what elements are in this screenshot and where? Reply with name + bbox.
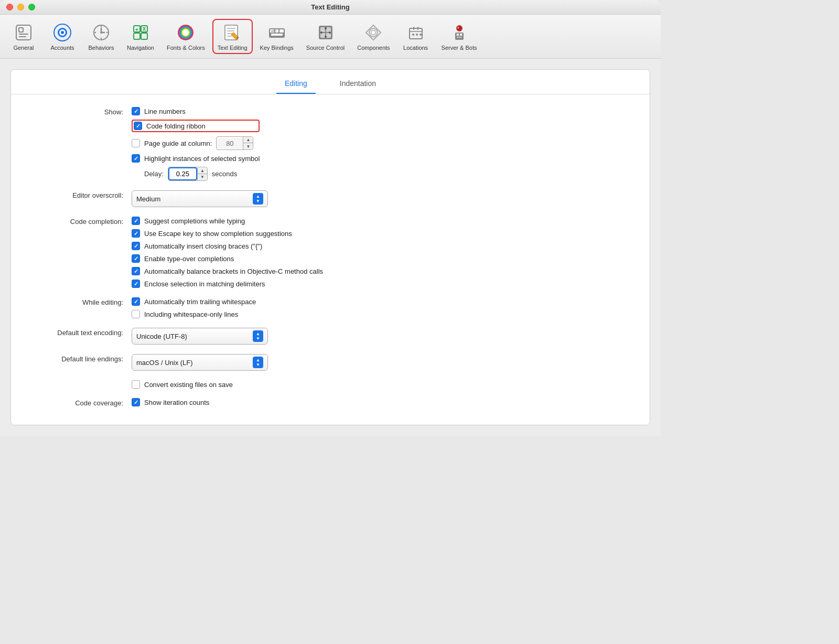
completion-2-checkbox[interactable]: [132, 242, 140, 250]
window-controls[interactable]: [6, 4, 35, 10]
while-editing-controls: Automatically trim trailing whitespace I…: [132, 297, 256, 318]
editor-overscroll-dropdown[interactable]: Medium ▲ ▼: [132, 190, 268, 207]
default-encoding-arrow: ▲ ▼: [253, 330, 263, 342]
convert-files-label: Convert existing files on save: [144, 381, 233, 389]
delay-input[interactable]: [168, 167, 197, 180]
toolbar: General Accounts: [0, 15, 661, 59]
page-guide-input[interactable]: [217, 138, 243, 149]
code-coverage-label: Code coverage:: [27, 398, 132, 407]
completion-5: Enclose selection in matching delimiters: [132, 280, 323, 288]
line-numbers-row: Line numbers: [132, 107, 260, 115]
server-bots-icon: [449, 22, 470, 43]
tabs: Editing Indentation: [11, 70, 650, 94]
delay-stepper: ▲ ▼: [197, 168, 207, 180]
svg-text:option: option: [271, 29, 277, 32]
completion-3: Enable type-over completions: [132, 254, 323, 263]
while-editing-1: Including whitespace-only lines: [132, 310, 256, 318]
source-control-label: Source Control: [306, 45, 345, 51]
svg-rect-12: [134, 33, 140, 39]
page-guide-input-container: ▲ ▼: [216, 136, 253, 150]
page-guide-label: Page guide at column:: [144, 139, 212, 147]
toolbar-item-source-control[interactable]: Source Control: [301, 19, 350, 54]
completion-4-checkbox[interactable]: [132, 267, 140, 275]
while-editing-0: Automatically trim trailing whitespace: [132, 297, 256, 306]
navigation-icon: [130, 22, 151, 43]
svg-rect-39: [410, 28, 422, 39]
code-folding-row: Code folding ribbon: [132, 120, 260, 132]
accounts-label: Accounts: [50, 45, 74, 51]
main-content: Editing Indentation Show: Line numbers C…: [0, 59, 661, 436]
maximize-button[interactable]: [28, 4, 35, 10]
completion-5-checkbox[interactable]: [132, 280, 140, 288]
svg-point-53: [456, 34, 457, 35]
completion-1-checkbox[interactable]: [132, 229, 140, 238]
line-numbers-label: Line numbers: [144, 108, 186, 115]
completion-3-label: Enable type-over completions: [144, 255, 234, 263]
svg-rect-0: [16, 25, 31, 40]
while-editing-1-label: Including whitespace-only lines: [144, 310, 238, 318]
highlight-instances-row: Highlight instances of selected symbol: [132, 154, 260, 163]
completion-0-checkbox[interactable]: [132, 217, 140, 225]
svg-rect-25: [279, 29, 284, 33]
show-section: Show: Line numbers Code folding ribbon: [27, 107, 634, 181]
default-endings-label: Default line endings:: [27, 354, 132, 363]
toolbar-item-accounts[interactable]: Accounts: [44, 19, 81, 54]
svg-point-35: [320, 31, 322, 34]
title-bar: Text Editing: [0, 0, 661, 15]
toolbar-item-behaviors[interactable]: Behaviors: [83, 19, 120, 54]
toolbar-item-text-editing[interactable]: Text Editing: [212, 19, 253, 54]
line-numbers-checkbox[interactable]: [132, 107, 140, 115]
editor-overscroll-row: Editor overscroll: Medium ▲ ▼: [27, 190, 634, 207]
text-editing-icon: [222, 22, 243, 43]
tab-editing[interactable]: Editing: [276, 76, 316, 94]
minimize-button[interactable]: [17, 4, 24, 10]
page-guide-checkbox[interactable]: [132, 139, 140, 147]
while-editing-0-checkbox[interactable]: [132, 297, 140, 306]
toolbar-item-navigation[interactable]: Navigation: [122, 19, 159, 54]
show-iteration-checkbox[interactable]: [132, 398, 140, 406]
key-bindings-icon: alt option: [266, 22, 287, 43]
code-folding-label: Code folding ribbon: [146, 122, 206, 130]
highlight-instances-checkbox[interactable]: [132, 154, 140, 163]
completion-4-label: Automatically balance brackets in Object…: [144, 267, 323, 275]
while-editing-1-checkbox[interactable]: [132, 310, 140, 318]
editor-overscroll-label: Editor overscroll:: [27, 190, 132, 199]
tab-indentation[interactable]: Indentation: [331, 76, 384, 94]
completion-3-checkbox[interactable]: [132, 254, 140, 263]
code-coverage-row: Code coverage: Show iteration counts: [27, 398, 634, 407]
toolbar-item-key-bindings[interactable]: alt option Key Bindings: [255, 19, 299, 54]
svg-point-44: [416, 34, 418, 36]
svg-point-7: [61, 31, 64, 34]
code-completion-label: Code completion:: [27, 217, 132, 226]
svg-point-15: [182, 29, 189, 36]
window-title: Text Editing: [311, 3, 349, 11]
page-guide-decrement[interactable]: ▼: [243, 143, 253, 149]
show-label: Show:: [27, 107, 132, 116]
toolbar-item-locations[interactable]: Locations: [397, 19, 434, 54]
highlight-instances-label: Highlight instances of selected symbol: [144, 155, 260, 163]
default-endings-arrow: ▲ ▼: [253, 357, 263, 368]
completion-controls: Suggest completions while typing Use Esc…: [132, 217, 323, 288]
default-endings-value: macOS / Unix (LF): [136, 359, 253, 367]
default-endings-dropdown[interactable]: macOS / Unix (LF) ▲ ▼: [132, 354, 268, 371]
svg-point-45: [420, 34, 422, 36]
convert-files-checkbox[interactable]: [132, 380, 140, 389]
toolbar-item-components[interactable]: Components: [352, 19, 395, 54]
toolbar-item-general[interactable]: General: [5, 19, 42, 54]
toolbar-item-fonts-colors[interactable]: Fonts & Colors: [162, 19, 210, 54]
general-icon: [13, 22, 34, 43]
svg-rect-3: [19, 36, 26, 37]
behaviors-icon: [91, 22, 112, 43]
close-button[interactable]: [6, 4, 13, 10]
page-guide-increment[interactable]: ▲: [243, 137, 253, 143]
toolbar-item-server-bots[interactable]: Server & Bots: [436, 19, 482, 54]
while-editing-row: While editing: Automatically trim traili…: [27, 297, 634, 318]
completion-5-label: Enclose selection in matching delimiters: [144, 280, 265, 288]
code-folding-checkbox[interactable]: [134, 122, 142, 130]
default-encoding-dropdown[interactable]: Unicode (UTF-8) ▲ ▼: [132, 328, 268, 345]
delay-increment[interactable]: ▲: [198, 168, 207, 174]
delay-decrement[interactable]: ▼: [198, 174, 207, 180]
convert-files-control: Convert existing files on save: [132, 380, 233, 389]
default-encoding-label: Default text encoding:: [27, 328, 132, 337]
delay-input-container: ▲ ▼: [168, 167, 208, 181]
